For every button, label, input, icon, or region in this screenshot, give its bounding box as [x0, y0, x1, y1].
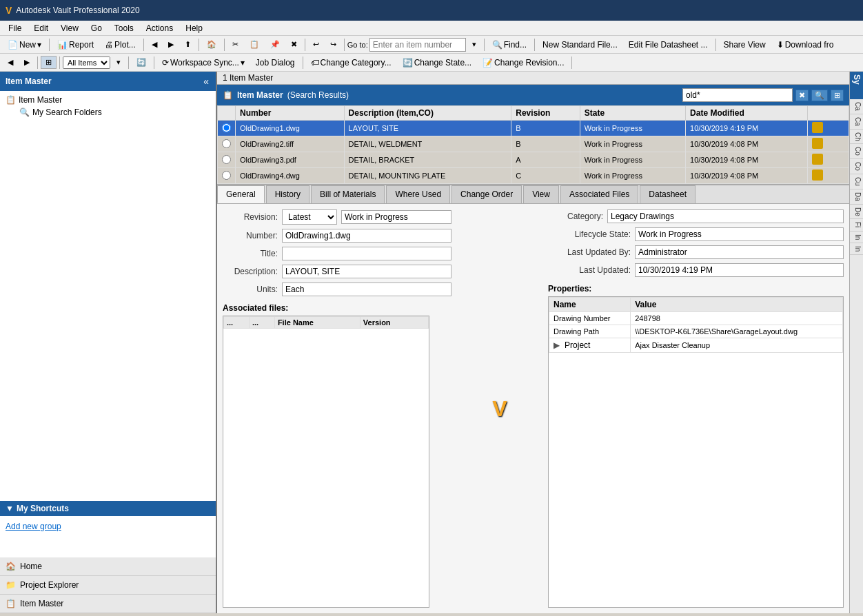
nav-home[interactable]: 🏠 Home — [0, 557, 216, 576]
menu-edit[interactable]: Edit — [28, 22, 54, 34]
props-table: Name Value Drawing Numb — [549, 297, 843, 353]
nav-project-explorer[interactable]: 📁 Project Explorer — [0, 576, 216, 595]
shortcuts-header[interactable]: ▼ My Shortcuts — [0, 501, 216, 516]
table-row[interactable]: OldDrawing1.dwg LAYOUT, SITE B Work in P… — [218, 121, 849, 136]
tab-view[interactable]: View — [523, 185, 559, 203]
menu-view[interactable]: View — [55, 22, 84, 34]
left-panel-content: 📋 Item Master 🔍 My Search Folders — [0, 91, 216, 501]
menu-go[interactable]: Go — [85, 22, 108, 34]
menu-actions[interactable]: Actions — [141, 22, 179, 34]
report-button[interactable]: 📊 Report — [52, 38, 99, 52]
lifecycle-input[interactable] — [635, 227, 844, 241]
right-prop-item[interactable]: In — [850, 243, 863, 255]
add-group-link[interactable]: Add new group — [3, 519, 213, 534]
tab-change-order[interactable]: Change Order — [451, 185, 522, 203]
goto-input[interactable] — [369, 38, 466, 52]
menu-tools[interactable]: Tools — [109, 22, 139, 34]
change-state-button[interactable]: 🔄 Change State... — [398, 56, 476, 70]
forward2-button[interactable]: ▶ — [19, 56, 34, 69]
search-button[interactable]: 🔍 — [811, 90, 828, 101]
clear-search-button[interactable]: ✖ — [795, 90, 809, 101]
all-items-dropdown[interactable]: ▾ — [112, 56, 125, 69]
row-radio[interactable] — [218, 136, 236, 152]
plot-button[interactable]: 🖨 Plot... — [100, 38, 141, 52]
find-button[interactable]: 🔍 Find... — [487, 38, 531, 52]
redo-button[interactable]: ↪ — [325, 38, 341, 51]
col-number[interactable]: Number — [236, 106, 345, 121]
col-date[interactable]: Date Modified — [686, 106, 808, 121]
back-button[interactable]: ◀ — [147, 38, 162, 51]
col-state[interactable]: State — [580, 106, 685, 121]
title-input[interactable] — [282, 247, 451, 260]
description-input[interactable] — [282, 265, 451, 278]
undo-button[interactable]: ↩ — [308, 38, 324, 51]
last-updated-input[interactable] — [635, 263, 844, 277]
new-button[interactable]: 📄 New ▾ — [3, 38, 46, 52]
new-std-button[interactable]: New Standard File... — [538, 38, 622, 52]
right-prop-item[interactable]: Ch — [850, 130, 863, 145]
props-row[interactable]: Drawing Path \\DESKTOP-K6L736E\Share\Gar… — [549, 325, 843, 338]
edit-datasheet-button[interactable]: Edit File Datasheet ... — [624, 38, 713, 52]
table-row[interactable]: OldDrawing4.dwg DETAIL, MOUNTING PLATE C… — [218, 168, 849, 184]
tabs-bar: General History Bill of Materials Where … — [217, 185, 849, 204]
cut-button[interactable]: ✂ — [227, 38, 243, 51]
workspace-sync-button[interactable]: ⟳ Workspace Sync... ▾ — [157, 56, 250, 70]
copy-button[interactable]: 📋 — [245, 38, 264, 51]
refresh-button[interactable]: 🔄 — [132, 56, 151, 69]
right-prop-item[interactable]: Ca — [850, 114, 863, 130]
right-prop-item[interactable]: De — [850, 205, 863, 220]
tab-bom[interactable]: Bill of Materials — [311, 185, 385, 203]
revision-state-input[interactable] — [341, 210, 451, 224]
paste-button[interactable]: 📌 — [265, 38, 285, 51]
units-input[interactable] — [282, 283, 451, 296]
assoc-col-filename: File Name — [274, 317, 360, 329]
tree-item-search-folders[interactable]: 🔍 My Search Folders — [17, 106, 213, 119]
more-search-button[interactable]: ⊞ — [831, 90, 844, 101]
download-button[interactable]: ⬇ Download fro — [772, 38, 839, 52]
up-button[interactable]: ⬆ — [180, 38, 196, 51]
props-row[interactable]: Drawing Number 248798 — [549, 312, 843, 325]
tab-history[interactable]: History — [266, 185, 309, 203]
right-prop-item[interactable]: Fi — [850, 219, 863, 231]
tree-item-item-master[interactable]: 📋 Item Master — [3, 94, 213, 106]
forward-button[interactable]: ▶ — [163, 38, 179, 51]
back2-button[interactable]: ◀ — [3, 56, 18, 69]
nav-item-master[interactable]: 📋 Item Master — [0, 595, 216, 613]
right-prop-item[interactable]: Co — [850, 159, 863, 174]
job-dialog-button[interactable]: Job Dialog — [251, 56, 300, 70]
all-items-select[interactable]: All Items — [63, 57, 110, 69]
menu-help[interactable]: Help — [180, 22, 208, 34]
home-btn[interactable]: 🏠 — [202, 38, 221, 51]
change-category-button[interactable]: 🏷 Change Category... — [306, 56, 396, 70]
delete-button[interactable]: ✖ — [286, 38, 302, 51]
revision-select[interactable]: Latest — [282, 209, 337, 225]
table-row[interactable]: OldDrawing3.pdf DETAIL, BRACKET A Work i… — [218, 152, 849, 168]
col-description[interactable]: Description (Item,CO) — [344, 106, 511, 121]
grid-view-button[interactable]: ⊞ — [41, 56, 57, 69]
props-row[interactable]: ▶ Project Ajax Disaster Cleanup — [549, 338, 843, 353]
expand-arrow-icon[interactable]: ▶ — [554, 340, 560, 350]
share-view-button[interactable]: Share View — [719, 38, 771, 52]
right-prop-item[interactable]: In — [850, 232, 863, 243]
search-input[interactable] — [682, 88, 793, 102]
right-prop-item[interactable]: Ca — [850, 99, 863, 114]
menu-file[interactable]: File — [3, 22, 27, 34]
right-prop-item[interactable]: Co — [850, 144, 863, 159]
collapse-left-button[interactable]: « — [202, 76, 210, 87]
category-input[interactable] — [607, 209, 844, 223]
row-radio[interactable] — [218, 152, 236, 168]
number-input[interactable] — [282, 229, 451, 243]
col-revision[interactable]: Revision — [511, 106, 580, 121]
row-radio[interactable] — [218, 121, 236, 136]
change-revision-button[interactable]: 📝 Change Revision... — [478, 56, 569, 70]
tab-associated-files[interactable]: Associated Files — [560, 185, 638, 203]
tab-where-used[interactable]: Where Used — [386, 185, 450, 203]
right-prop-item[interactable]: Cu — [850, 174, 863, 189]
row-radio[interactable] — [218, 168, 236, 184]
tab-datasheet[interactable]: Datasheet — [640, 185, 696, 203]
table-row[interactable]: OldDrawing2.tiff DETAIL, WELDMENT B Work… — [218, 136, 849, 152]
right-prop-item[interactable]: Da — [850, 189, 863, 205]
last-updated-by-input[interactable] — [635, 245, 844, 259]
goto-dropdown[interactable]: ▾ — [467, 38, 481, 51]
tab-general[interactable]: General — [217, 185, 265, 203]
